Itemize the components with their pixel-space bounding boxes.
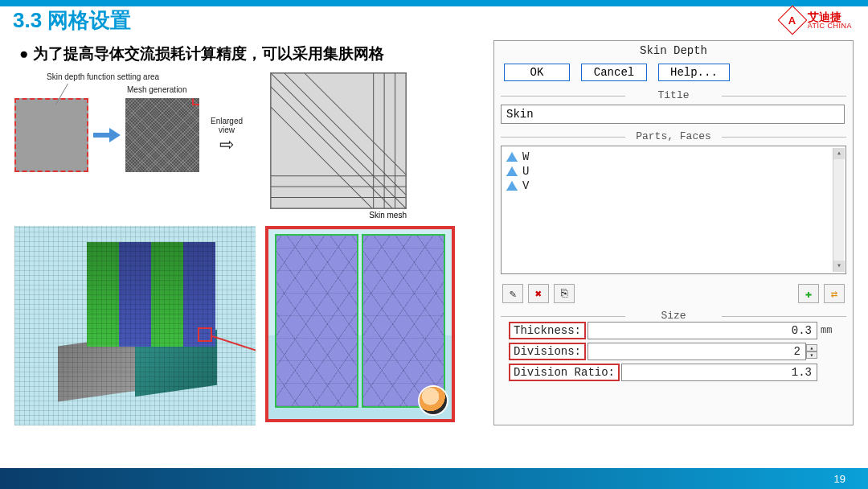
thickness-input[interactable]: 0.3 <box>588 322 817 339</box>
slide-footer: 19 <box>0 468 868 489</box>
skin-depth-schematic: Skin depth function setting area Mesh ge… <box>14 72 264 172</box>
help-button[interactable]: Help... <box>658 64 730 81</box>
avatar-icon <box>420 387 447 414</box>
meshed-square <box>125 98 199 172</box>
title-legend: Title <box>501 89 846 101</box>
ok-button[interactable]: OK <box>504 64 570 81</box>
part-icon <box>506 181 518 191</box>
bullet-text: 为了提高导体交流损耗计算精度，可以采用集肤网格 <box>19 43 482 64</box>
logo-mark-icon: A <box>777 6 807 35</box>
scroll-down-icon[interactable]: ▾ <box>833 261 845 272</box>
brand-logo: A 艾迪捷 ATIC CHINA <box>782 10 852 31</box>
label-mesh-gen: Mesh generation <box>127 85 187 94</box>
enlarged-mesh-view <box>270 72 407 209</box>
model-3d-view <box>14 226 256 425</box>
ratio-input[interactable]: 1.3 <box>621 364 817 381</box>
skin-depth-dialog: Skin Depth OK Cancel Help... Title Parts… <box>493 40 854 425</box>
part-icon <box>506 152 518 162</box>
section-title: 3.3 网格设置 <box>13 8 131 33</box>
thickness-label: Thickness: <box>509 322 586 339</box>
dialog-title: Skin Depth <box>494 41 853 62</box>
copy-button[interactable]: ⎘ <box>554 284 575 303</box>
title-input[interactable] <box>501 105 845 124</box>
add-button[interactable]: ✚ <box>798 284 819 303</box>
list-item[interactable]: V <box>506 179 841 193</box>
logo-en: ATIC CHINA <box>808 23 852 30</box>
scroll-up-icon[interactable]: ▴ <box>833 148 845 159</box>
thickness-unit: mm <box>817 325 838 336</box>
page-number: 19 <box>834 473 845 485</box>
cancel-button[interactable]: Cancel <box>581 64 647 81</box>
open-arrow-icon: ⇨ <box>219 136 234 154</box>
label-enlarged: Enlarged view <box>204 117 249 134</box>
list-item[interactable]: W <box>506 150 841 164</box>
list-item[interactable]: U <box>506 164 841 179</box>
zoom-mesh-view <box>265 226 455 422</box>
logo-cn: 艾迪捷 <box>808 11 852 23</box>
highlight-box-3d <box>198 327 212 342</box>
divisions-stepper[interactable]: ▴▾ <box>806 344 817 359</box>
label-skin-area: Skin depth function setting area <box>47 72 159 81</box>
delete-button[interactable]: ✖ <box>528 284 549 303</box>
divisions-input[interactable]: 2 <box>588 343 806 360</box>
scrollbar[interactable]: ▴▾ <box>833 148 844 272</box>
label-skin-mesh: Skin mesh <box>270 211 407 220</box>
edit-button[interactable]: ✎ <box>502 284 523 303</box>
part-icon <box>506 166 518 176</box>
size-legend: Size <box>501 310 846 322</box>
swap-button[interactable]: ⇄ <box>824 284 845 303</box>
highlight-box <box>192 98 199 105</box>
ratio-label: Division Ratio: <box>509 364 620 381</box>
parts-listbox[interactable]: W U V ▴▾ <box>501 146 846 274</box>
parts-legend: Parts, Faces <box>501 130 846 142</box>
region-square <box>14 98 88 172</box>
divisions-label: Divisions: <box>509 343 586 360</box>
arrow-right-icon <box>93 128 121 142</box>
